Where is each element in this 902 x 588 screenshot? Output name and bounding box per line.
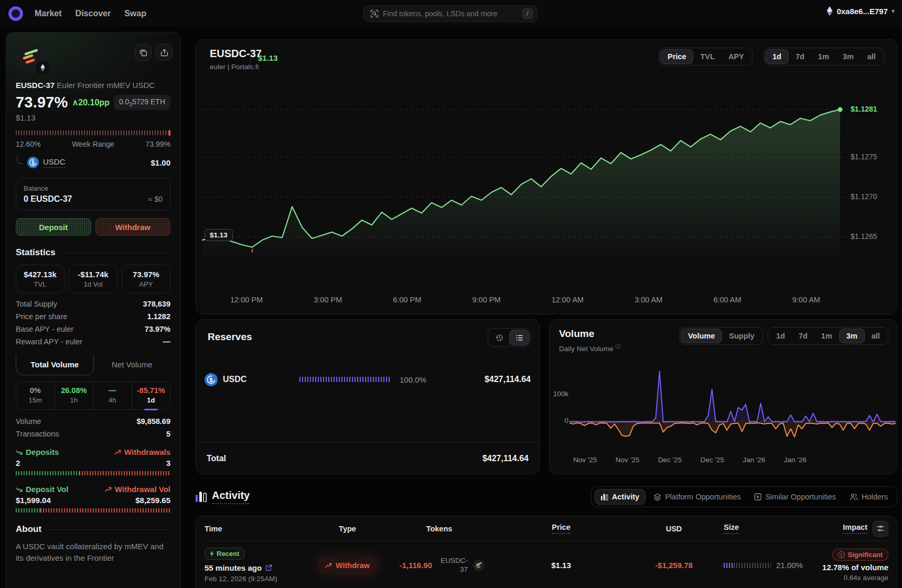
vault-sidebar: EUSDC-37 Euler Frontier mMEV USDC 73.97%… <box>6 32 180 588</box>
trend-up-icon <box>114 450 121 455</box>
nav-swap[interactable]: Swap <box>124 9 146 18</box>
vrange-3m[interactable]: 3m <box>839 329 865 343</box>
flow-counts: 2 3 <box>16 459 170 467</box>
tab-tvl[interactable]: TVL <box>693 50 721 63</box>
token-symbol: EUSDC-37 <box>437 557 468 574</box>
apy-value: 73.97% <box>16 94 68 111</box>
reserve-symbol: USDC <box>223 375 299 384</box>
copy-button[interactable] <box>135 44 152 61</box>
period-stats-grid: 0%15m 26.08%1h —4h -85.71%1d <box>16 382 170 410</box>
activity-bars-icon <box>601 494 608 500</box>
price-line-chart[interactable] <box>201 103 847 265</box>
transactions-row: Transactions5 <box>16 430 170 438</box>
range-1m[interactable]: 1m <box>811 50 836 63</box>
box-x-icon <box>754 493 761 500</box>
tab-net-volume[interactable]: Net Volume <box>94 355 171 375</box>
layers-icon <box>653 493 661 501</box>
underlying-price: $1.00 <box>151 158 170 167</box>
period-4h[interactable]: —4h <box>93 382 132 409</box>
vol-y-label: 0 <box>552 417 568 424</box>
sliders-icon <box>877 525 884 532</box>
toggle-supply[interactable]: Supply <box>722 329 761 343</box>
col-impact: Impact <box>818 521 888 537</box>
deposit-withdraw-count-bar <box>16 471 170 475</box>
vrange-1m[interactable]: 1m <box>814 329 839 343</box>
cell-size: 21.00% <box>724 561 818 570</box>
eth-price-badge: 0.035729 ETH <box>114 95 170 110</box>
x-axis-labels: 12:00 PM3:00 PM 6:00 PM9:00 PM 12:00 AM3… <box>230 296 820 304</box>
reserves-total-label: Total <box>207 454 226 463</box>
week-range-bar <box>16 130 170 135</box>
week-range-labels: 12.60% Week Range 73.99% <box>16 140 170 148</box>
period-15m[interactable]: 0%15m <box>16 382 55 409</box>
external-link-icon[interactable] <box>265 564 272 571</box>
vrange-7d[interactable]: 7d <box>792 329 814 343</box>
reserve-asset-row[interactable]: $ USDC 100.0% $427,114.64 <box>205 368 531 391</box>
cell-tokens: -1,116.90 EUSDC-37 <box>380 557 498 574</box>
withdrawal-vol-value: $8,259.65 <box>135 496 170 505</box>
wallet-button[interactable]: 0xa8e6...E797 ▾ <box>826 6 895 16</box>
withdraw-button[interactable]: Withdraw <box>95 218 171 236</box>
range-3m[interactable]: 3m <box>836 50 861 63</box>
info-icon[interactable]: ⓘ <box>615 343 620 349</box>
activity-row[interactable]: Recent 55 minutes ago Feb 12, 2026 (9:25… <box>205 541 888 588</box>
col-time: Time <box>205 525 315 533</box>
token-amount: -1,116.90 <box>399 561 432 570</box>
recent-badge: Recent <box>205 548 244 560</box>
flow-vol-values: $1,599.04 $8,259.65 <box>16 496 170 505</box>
vrange-1d[interactable]: 1d <box>769 329 792 343</box>
period-1d[interactable]: -85.71%1d <box>132 382 170 409</box>
col-type: Type <box>315 525 380 533</box>
search-bar[interactable]: / <box>363 5 538 22</box>
nav-discover[interactable]: Discover <box>76 9 111 18</box>
range-all[interactable]: all <box>861 50 883 63</box>
apy-change: ∧20.10pp <box>72 97 110 107</box>
toggle-volume[interactable]: Volume <box>681 329 722 343</box>
history-icon-button[interactable] <box>489 330 509 345</box>
search-input[interactable] <box>383 9 522 18</box>
size-percent: 21.00% <box>776 561 803 570</box>
tab-platform-opportunities[interactable]: Platform Opportunities <box>648 489 746 504</box>
tab-activity[interactable]: Activity <box>595 489 646 505</box>
cell-price: $1.13 <box>498 561 624 570</box>
withdrawals-count: 3 <box>166 459 170 467</box>
col-size: Size <box>724 523 818 534</box>
tab-apy[interactable]: APY <box>722 50 751 63</box>
share-button[interactable] <box>156 44 173 61</box>
brand-logo-icon[interactable] <box>8 6 23 21</box>
tab-holders[interactable]: Holders <box>844 489 894 504</box>
stat-row: Price per share1.1282 <box>16 312 170 321</box>
deposit-button[interactable]: Deposit <box>16 218 91 236</box>
vrange-all[interactable]: all <box>865 329 887 343</box>
underlying-symbol[interactable]: USDC <box>43 157 66 168</box>
reserves-title: Reserves <box>208 331 252 343</box>
withdraw-badge: Withdraw <box>318 557 377 574</box>
reserves-total-value: $427,114.64 <box>482 454 529 463</box>
about-text: A USDC vault collateralized by mMEV and … <box>16 541 170 564</box>
flow-vol-heads: Deposit Vol Withdrawal Vol <box>16 485 170 494</box>
tab-price[interactable]: Price <box>660 49 693 64</box>
tab-total-volume[interactable]: Total Volume <box>16 355 94 375</box>
chart-start-price-tag: $1.13 <box>205 229 233 241</box>
vol-y-label: 100k <box>552 390 568 398</box>
table-settings-button[interactable] <box>873 521 888 537</box>
volume-line-chart[interactable] <box>570 366 896 465</box>
week-range-high: 73.99% <box>146 140 170 148</box>
tab-similar-opportunities[interactable]: Similar Opportunities <box>748 489 842 504</box>
lightning-icon <box>210 551 214 557</box>
list-view-icon-button[interactable] <box>509 330 529 345</box>
vault-symbol: EUSDC-37 <box>16 81 55 90</box>
volume-subtitle: Daily Net Volume ⓘ <box>559 343 620 353</box>
reserve-share-pct: 100.0% <box>400 375 426 384</box>
range-7d[interactable]: 7d <box>789 50 811 63</box>
token-logo-wrap <box>16 42 47 73</box>
table-header-row: Time Type Tokens Price USD Size Impact <box>205 516 888 541</box>
reserve-value: $427,114.64 <box>485 375 531 384</box>
nav-market[interactable]: Market <box>35 9 62 18</box>
chart-current-price: $1.13 <box>258 53 278 62</box>
chart-subtitle: euler | Portals.fi <box>210 63 259 71</box>
range-1d[interactable]: 1d <box>765 49 789 64</box>
period-1h[interactable]: 26.08%1h <box>55 382 93 409</box>
col-usd: USD <box>624 525 724 533</box>
activity-title: Activity <box>196 489 250 504</box>
